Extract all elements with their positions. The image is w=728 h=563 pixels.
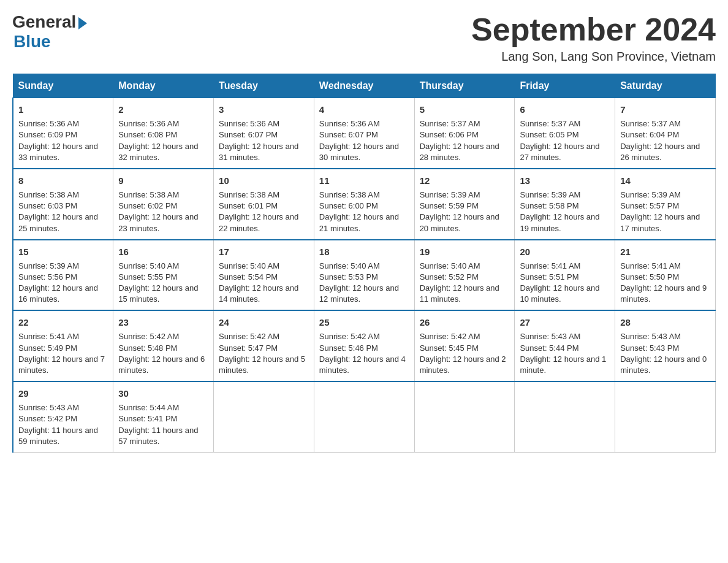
day-number: 6: [520, 103, 610, 116]
logo-triangle-icon: [78, 17, 87, 29]
day-info: Sunrise: 5:42 AM Sunset: 5:47 PM Dayligh…: [219, 331, 309, 376]
day-number: 23: [118, 316, 208, 329]
day-info: Sunrise: 5:43 AM Sunset: 5:44 PM Dayligh…: [520, 331, 610, 376]
day-number: 30: [118, 387, 208, 400]
day-number: 12: [420, 174, 510, 187]
calendar-cell: 6 Sunrise: 5:37 AM Sunset: 6:05 PM Dayli…: [515, 98, 615, 169]
calendar-cell: 28 Sunrise: 5:43 AM Sunset: 5:43 PM Dayl…: [615, 310, 716, 381]
calendar-cell: 2 Sunrise: 5:36 AM Sunset: 6:08 PM Dayli…: [113, 98, 214, 169]
calendar-cell: 12 Sunrise: 5:39 AM Sunset: 5:59 PM Dayl…: [414, 169, 515, 240]
calendar-cell: 16 Sunrise: 5:40 AM Sunset: 5:55 PM Dayl…: [113, 240, 214, 311]
calendar-cell: 29 Sunrise: 5:43 AM Sunset: 5:42 PM Dayl…: [13, 381, 113, 452]
logo-blue-text: Blue: [13, 32, 51, 52]
calendar-cell: 11 Sunrise: 5:38 AM Sunset: 6:00 PM Dayl…: [314, 169, 414, 240]
day-number: 10: [219, 174, 309, 187]
calendar-cell: 5 Sunrise: 5:37 AM Sunset: 6:06 PM Dayli…: [414, 98, 515, 169]
day-info: Sunrise: 5:40 AM Sunset: 5:52 PM Dayligh…: [420, 261, 510, 305]
calendar-cell: [515, 381, 615, 452]
calendar-cell: 10 Sunrise: 5:38 AM Sunset: 6:01 PM Dayl…: [214, 169, 314, 240]
calendar-cell: 15 Sunrise: 5:39 AM Sunset: 5:56 PM Dayl…: [13, 240, 113, 311]
calendar-cell: 14 Sunrise: 5:39 AM Sunset: 5:57 PM Dayl…: [615, 169, 716, 240]
calendar-cell: 1 Sunrise: 5:36 AM Sunset: 6:09 PM Dayli…: [13, 98, 113, 169]
day-number: 28: [620, 316, 710, 329]
day-number: 13: [520, 174, 610, 187]
day-info: Sunrise: 5:44 AM Sunset: 5:41 PM Dayligh…: [118, 402, 208, 447]
day-number: 14: [620, 174, 710, 187]
calendar-cell: 20 Sunrise: 5:41 AM Sunset: 5:51 PM Dayl…: [515, 240, 615, 311]
calendar-cell: [414, 381, 515, 452]
day-number: 16: [118, 245, 208, 258]
header-friday: Friday: [515, 74, 615, 98]
day-number: 25: [319, 316, 409, 329]
calendar-cell: 9 Sunrise: 5:38 AM Sunset: 6:02 PM Dayli…: [113, 169, 214, 240]
calendar-cell: [314, 381, 414, 452]
calendar-cell: 23 Sunrise: 5:42 AM Sunset: 5:48 PM Dayl…: [113, 310, 214, 381]
day-number: 5: [420, 103, 510, 116]
header-sunday: Sunday: [13, 74, 113, 98]
calendar-cell: 17 Sunrise: 5:40 AM Sunset: 5:54 PM Dayl…: [214, 240, 314, 311]
day-info: Sunrise: 5:38 AM Sunset: 6:03 PM Dayligh…: [18, 190, 108, 234]
calendar-table: Sunday Monday Tuesday Wednesday Thursday…: [12, 74, 716, 453]
day-info: Sunrise: 5:41 AM Sunset: 5:51 PM Dayligh…: [520, 261, 610, 305]
day-info: Sunrise: 5:37 AM Sunset: 6:05 PM Dayligh…: [520, 118, 610, 163]
header-saturday: Saturday: [615, 74, 716, 98]
header-tuesday: Tuesday: [214, 74, 314, 98]
day-info: Sunrise: 5:36 AM Sunset: 6:07 PM Dayligh…: [319, 118, 409, 163]
day-info: Sunrise: 5:42 AM Sunset: 5:48 PM Dayligh…: [118, 331, 208, 376]
page-title: September 2024: [471, 12, 716, 47]
header-monday: Monday: [113, 74, 214, 98]
day-info: Sunrise: 5:39 AM Sunset: 5:56 PM Dayligh…: [18, 261, 108, 305]
day-info: Sunrise: 5:39 AM Sunset: 5:57 PM Dayligh…: [620, 190, 710, 234]
day-info: Sunrise: 5:40 AM Sunset: 5:54 PM Dayligh…: [219, 261, 309, 305]
calendar-cell: [214, 381, 314, 452]
day-info: Sunrise: 5:40 AM Sunset: 5:53 PM Dayligh…: [319, 261, 409, 305]
calendar-cell: 4 Sunrise: 5:36 AM Sunset: 6:07 PM Dayli…: [314, 98, 414, 169]
day-number: 22: [18, 316, 108, 329]
day-number: 21: [620, 245, 710, 258]
calendar-row-5: 29 Sunrise: 5:43 AM Sunset: 5:42 PM Dayl…: [13, 381, 716, 452]
day-info: Sunrise: 5:38 AM Sunset: 6:00 PM Dayligh…: [319, 190, 409, 234]
day-number: 4: [319, 103, 409, 116]
page-header: General Blue September 2024 Lang Son, La…: [12, 12, 716, 64]
logo: General Blue: [12, 12, 87, 52]
day-info: Sunrise: 5:39 AM Sunset: 5:58 PM Dayligh…: [520, 190, 610, 234]
day-info: Sunrise: 5:37 AM Sunset: 6:06 PM Dayligh…: [420, 118, 510, 163]
day-number: 9: [118, 174, 208, 187]
day-number: 27: [520, 316, 610, 329]
day-number: 20: [520, 245, 610, 258]
logo-general-text: General: [12, 12, 76, 32]
calendar-row-3: 15 Sunrise: 5:39 AM Sunset: 5:56 PM Dayl…: [13, 240, 716, 311]
day-info: Sunrise: 5:40 AM Sunset: 5:55 PM Dayligh…: [118, 261, 208, 305]
day-number: 7: [620, 103, 710, 116]
day-number: 2: [118, 103, 208, 116]
day-info: Sunrise: 5:39 AM Sunset: 5:59 PM Dayligh…: [420, 190, 510, 234]
calendar-cell: 26 Sunrise: 5:42 AM Sunset: 5:45 PM Dayl…: [414, 310, 515, 381]
calendar-cell: 21 Sunrise: 5:41 AM Sunset: 5:50 PM Dayl…: [615, 240, 716, 311]
header-thursday: Thursday: [414, 74, 515, 98]
day-info: Sunrise: 5:38 AM Sunset: 6:02 PM Dayligh…: [118, 190, 208, 234]
title-section: September 2024 Lang Son, Lang Son Provin…: [471, 12, 716, 64]
day-number: 3: [219, 103, 309, 116]
day-number: 17: [219, 245, 309, 258]
calendar-cell: [615, 381, 716, 452]
calendar-cell: 19 Sunrise: 5:40 AM Sunset: 5:52 PM Dayl…: [414, 240, 515, 311]
day-number: 11: [319, 174, 409, 187]
day-info: Sunrise: 5:36 AM Sunset: 6:09 PM Dayligh…: [18, 118, 108, 163]
day-number: 8: [18, 174, 108, 187]
day-info: Sunrise: 5:42 AM Sunset: 5:46 PM Dayligh…: [319, 331, 409, 376]
calendar-header-row: Sunday Monday Tuesday Wednesday Thursday…: [13, 74, 716, 98]
location-subtitle: Lang Son, Lang Son Province, Vietnam: [471, 50, 716, 64]
day-number: 15: [18, 245, 108, 258]
day-number: 1: [18, 103, 108, 116]
day-info: Sunrise: 5:38 AM Sunset: 6:01 PM Dayligh…: [219, 190, 309, 234]
calendar-cell: 30 Sunrise: 5:44 AM Sunset: 5:41 PM Dayl…: [113, 381, 214, 452]
day-info: Sunrise: 5:43 AM Sunset: 5:43 PM Dayligh…: [620, 331, 710, 376]
header-wednesday: Wednesday: [314, 74, 414, 98]
calendar-cell: 8 Sunrise: 5:38 AM Sunset: 6:03 PM Dayli…: [13, 169, 113, 240]
calendar-cell: 3 Sunrise: 5:36 AM Sunset: 6:07 PM Dayli…: [214, 98, 314, 169]
day-number: 19: [420, 245, 510, 258]
calendar-row-4: 22 Sunrise: 5:41 AM Sunset: 5:49 PM Dayl…: [13, 310, 716, 381]
calendar-cell: 27 Sunrise: 5:43 AM Sunset: 5:44 PM Dayl…: [515, 310, 615, 381]
day-number: 24: [219, 316, 309, 329]
calendar-cell: 18 Sunrise: 5:40 AM Sunset: 5:53 PM Dayl…: [314, 240, 414, 311]
